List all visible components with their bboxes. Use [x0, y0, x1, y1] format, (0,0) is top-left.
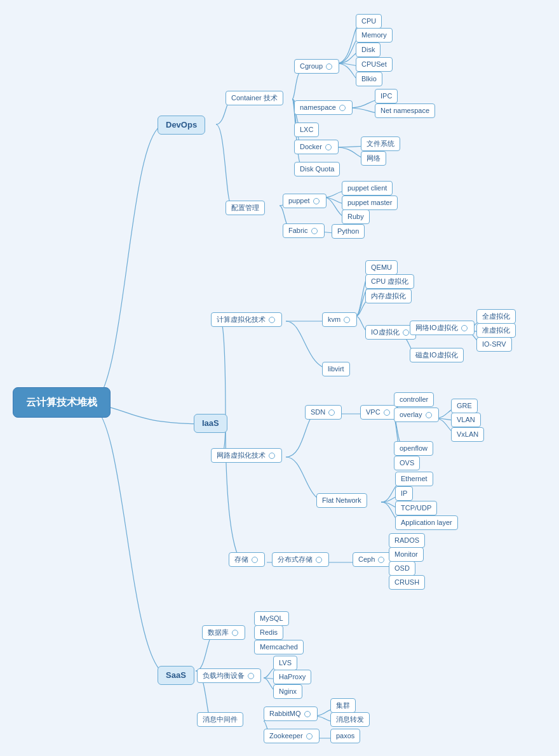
fenstorage-box: 分布式存储 — [272, 552, 329, 567]
lxc-node: LXC — [294, 123, 319, 137]
kvm-dot — [344, 317, 350, 323]
qemu-label: QEMU — [371, 263, 392, 271]
overlay-dot — [426, 412, 432, 418]
diskquota-box: Disk Quota — [294, 162, 340, 176]
root-box: 云计算技术堆栈 — [13, 387, 111, 418]
cpu-label: CPU — [361, 17, 376, 25]
storage-dot — [252, 557, 258, 563]
flatnet-box: Flat Network — [316, 493, 367, 508]
ceph-dot — [378, 557, 384, 563]
python-node: Python — [332, 224, 365, 239]
ethernet-label: Ethernet — [401, 475, 428, 482]
mem-virt-box: 内存虚拟化 — [365, 289, 412, 303]
lvs-label: LVS — [279, 659, 292, 666]
iaas-box: IaaS — [194, 414, 227, 433]
zhunvirt-box: 准虚拟化 — [476, 323, 516, 338]
sdn-box: SDN — [305, 405, 342, 420]
wangluo-io-box: 网络IO虚拟化 — [410, 321, 475, 335]
iosrv-box: IO-SRV — [476, 337, 512, 352]
cgroup-node: Cgroup — [294, 59, 339, 74]
iosrv-node: IO-SRV — [476, 337, 512, 352]
wangluo-io-label: 网络IO虚拟化 — [415, 324, 458, 331]
ovs-box: OVS — [394, 456, 420, 470]
vlan-box: VLAN — [451, 413, 481, 427]
mem-virt-label: 内存虚拟化 — [371, 292, 406, 300]
cpu-virt-box: CPU 虚拟化 — [365, 274, 414, 289]
wangluo-docker-node: 网络 — [361, 151, 386, 166]
rabbitmq-dot — [304, 711, 311, 717]
fabric-label: Fabric — [288, 227, 308, 234]
ceph-node: Ceph — [353, 552, 391, 567]
disk-box: Disk — [356, 43, 381, 57]
overlay-node: overlay — [394, 408, 439, 422]
memcached-node: Memcached — [254, 640, 304, 654]
flatnet-node: Flat Network — [316, 493, 367, 508]
ipc-box: IPC — [375, 89, 398, 103]
vxlan-box: VxLAN — [451, 427, 484, 442]
monitor-node: Monitor — [389, 547, 424, 562]
haproxy-node: HaProxy — [273, 670, 311, 684]
controller-box: controller — [394, 392, 434, 407]
blkio-node: Blkio — [356, 72, 382, 86]
nginx-box: Nginx — [273, 684, 302, 699]
puppet-master-node: puppet master — [342, 196, 398, 210]
libvirt-node: libvirt — [322, 362, 350, 376]
libvirt-label: libvirt — [328, 365, 344, 373]
fenstorage-node: 分布式存储 — [272, 552, 329, 567]
lxc-label: LXC — [300, 126, 313, 133]
database-node: 数据库 — [202, 625, 245, 640]
fenstorage-label: 分布式存储 — [278, 555, 313, 563]
crush-node: CRUSH — [389, 575, 425, 590]
container-label: Container 技术 — [231, 94, 278, 102]
quanvirt-node: 全虚拟化 — [476, 309, 516, 324]
lbjun-label: 负载均衡设备 — [203, 672, 245, 679]
msgforward-node: 消息转发 — [330, 712, 370, 727]
ip-node: IP — [395, 486, 413, 501]
cpuset-box: CPUSet — [356, 57, 393, 72]
overlay-box: overlay — [394, 408, 439, 422]
rabbitmq-box: RabbitMQ — [264, 706, 318, 721]
python-label: Python — [337, 227, 359, 235]
vxlan-label: VxLAN — [457, 430, 478, 438]
memcached-label: Memcached — [260, 643, 298, 651]
redis-label: Redis — [260, 628, 278, 636]
cpu-virt-label: CPU 虚拟化 — [371, 277, 408, 285]
vpc-label: VPC — [366, 408, 381, 416]
zookeeper-box: Zookeeper — [264, 729, 320, 743]
storage-node: 存储 — [229, 552, 265, 567]
puppet-node: puppet — [283, 194, 327, 208]
msgmid-box: 消息中间件 — [197, 712, 243, 727]
docker-box: Docker — [294, 140, 339, 154]
cgroup-label: Cgroup — [300, 62, 323, 70]
libvirt-box: libvirt — [322, 362, 350, 376]
zhunvirt-label: 准虚拟化 — [482, 326, 510, 334]
config-label: 配置管理 — [231, 204, 259, 211]
wangluo-docker-box: 网络 — [361, 151, 386, 166]
jiqun-node: 集群 — [330, 698, 356, 713]
cgroup-box: Cgroup — [294, 59, 339, 74]
lxc-box: LXC — [294, 123, 319, 137]
monitor-box: Monitor — [389, 547, 424, 562]
blkio-label: Blkio — [361, 75, 377, 83]
flatnet-label: Flat Network — [322, 496, 361, 504]
namespace-box: namespace — [294, 100, 353, 115]
namespace-dot — [339, 105, 346, 111]
namespace-label: namespace — [300, 103, 336, 111]
ipc-node: IPC — [375, 89, 398, 103]
ceph-box: Ceph — [353, 552, 391, 567]
openflow-node: openflow — [394, 441, 433, 456]
zhunvirt-node: 准虚拟化 — [476, 323, 516, 338]
ethernet-node: Ethernet — [395, 472, 433, 486]
mysql-node: MySQL — [254, 611, 289, 626]
wenjian-box: 文件系统 — [361, 136, 400, 151]
zookeeper-label: Zookeeper — [269, 732, 303, 739]
memory-label: Memory — [361, 31, 387, 39]
crush-box: CRUSH — [389, 575, 425, 590]
database-box: 数据库 — [202, 625, 245, 640]
wangluo-io-node: 网络IO虚拟化 — [410, 321, 475, 335]
ovs-node: OVS — [394, 456, 420, 470]
cpuset-node: CPUSet — [356, 57, 393, 72]
gre-node: GRE — [451, 399, 478, 413]
lbjun-box: 负载均衡设备 — [197, 668, 261, 683]
docker-dot — [325, 144, 332, 150]
